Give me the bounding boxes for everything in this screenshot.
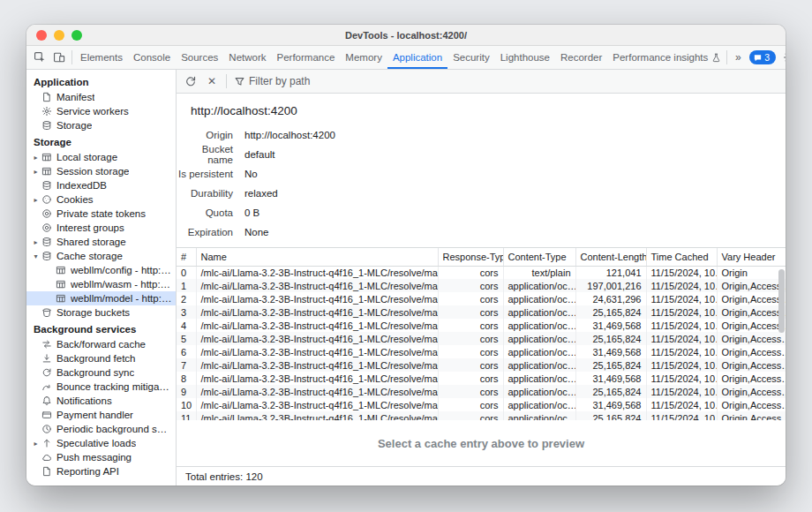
sidebar-item-label: Private state tokens (56, 208, 146, 219)
sidebar-item-cookies[interactable]: ▸Cookies (26, 192, 176, 207)
chevron-down-icon[interactable]: ▾ (31, 252, 41, 260)
chevron-right-icon[interactable]: ▸ (31, 168, 41, 176)
cache-entry-row[interactable]: 4/mlc-ai/Llama-3.2-3B-Instruct-q4f16_1-M… (177, 319, 786, 332)
sidebar-item-bounce-tracking-mitigations[interactable]: Bounce tracking mitigations (26, 380, 176, 394)
document-icon (41, 466, 53, 478)
tab-label: Lighthouse (500, 52, 550, 63)
cell-vary-header: Origin,Access… (717, 319, 786, 332)
col-header-response-type[interactable]: Response-Type (438, 248, 503, 266)
table-icon (55, 279, 67, 290)
toolbar-divider (71, 50, 72, 64)
col-header-content-type[interactable]: Content-Type (503, 248, 575, 266)
sidebar-item-background-sync[interactable]: Background sync (26, 365, 176, 380)
sidebar-item-periodic-background-sync[interactable]: Periodic background sync (26, 422, 176, 436)
bucket-metadata: Originhttp://localhost:4200Bucket namede… (177, 125, 786, 242)
sidebar-item-push-messaging[interactable]: Push messaging (26, 450, 176, 464)
sidebar-item-back-forward-cache[interactable]: Back/forward cache (26, 337, 176, 351)
sidebar-item-cache-storage[interactable]: ▾Cache storage (26, 249, 176, 263)
tab-network[interactable]: Network (223, 46, 271, 69)
sidebar-item-payment-handler[interactable]: Payment handler (26, 408, 176, 422)
cell-response-type: cors (438, 372, 503, 385)
sidebar-item-interest-groups[interactable]: Interest groups (26, 221, 176, 235)
table-scrollbar[interactable] (778, 267, 785, 418)
cell-vary-header: Origin,Access… (717, 358, 786, 372)
close-button[interactable] (36, 30, 47, 41)
sidebar-item-manifest[interactable]: Manifest (26, 90, 176, 104)
sidebar-item-notifications[interactable]: Notifications (26, 394, 176, 408)
sidebar-item-webllm-model-http-loc[interactable]: webllm/model - http://loc… (26, 291, 176, 305)
sidebar-item-webllm-wasm-http-loca[interactable]: webllm/wasm - http://loca… (26, 277, 176, 291)
cell-index: 7 (177, 358, 196, 372)
tab-sources[interactable]: Sources (176, 46, 223, 69)
table-icon (41, 152, 53, 163)
tab-application[interactable]: Application (387, 46, 447, 69)
sidebar-item-service-workers[interactable]: Service workers (26, 104, 176, 118)
cache-entry-row[interactable]: 3/mlc-ai/Llama-3.2-3B-Instruct-q4f16_1-M… (177, 305, 786, 319)
tab-memory[interactable]: Memory (340, 46, 387, 69)
tab-performance-insights[interactable]: Performance insights (607, 46, 726, 69)
sidebar-item-speculative-loads[interactable]: ▸Speculative loads (26, 436, 176, 450)
settings-gear-icon[interactable] (779, 48, 786, 67)
cache-entry-row[interactable]: 10/mlc-ai/Llama-3.2-3B-Instruct-q4f16_1-… (177, 398, 786, 411)
refresh-icon[interactable] (181, 72, 200, 91)
cache-entry-row[interactable]: 2/mlc-ai/Llama-3.2-3B-Instruct-q4f16_1-M… (177, 292, 786, 305)
speculative-icon (41, 438, 53, 449)
sidebar-item-shared-storage[interactable]: ▸Shared storage (26, 235, 176, 249)
sidebar-item-session-storage[interactable]: ▸Session storage (26, 164, 176, 178)
sidebar-item-label: Background fetch (56, 353, 136, 364)
sidebar-item-label: Payment handler (56, 410, 133, 420)
issues-badge[interactable]: 3 (749, 50, 776, 64)
tab-recorder[interactable]: Recorder (555, 46, 607, 69)
cache-entry-row[interactable]: 0/mlc-ai/Llama-3.2-3B-Instruct-q4f16_1-M… (177, 266, 786, 279)
cache-entry-row[interactable]: 7/mlc-ai/Llama-3.2-3B-Instruct-q4f16_1-M… (177, 358, 786, 372)
minimize-button[interactable] (54, 30, 64, 41)
chevron-right-icon[interactable]: ▸ (31, 440, 41, 448)
chevron-right-icon[interactable]: ▸ (31, 196, 41, 204)
preview-placeholder: Select a cache entry above to preview (177, 420, 786, 466)
cell-vary-header: Origin,Access… (717, 411, 786, 420)
filter-input[interactable] (249, 75, 781, 87)
col-header-vary-header[interactable]: Vary Header (717, 248, 786, 266)
sidebar-item-webllm-config-http-loc[interactable]: webllm/config - http://loc… (26, 263, 176, 277)
cell-content-length: 197,001,216 (575, 279, 646, 292)
cache-entry-row[interactable]: 6/mlc-ai/Llama-3.2-3B-Instruct-q4f16_1-M… (177, 345, 786, 358)
tab-console[interactable]: Console (128, 46, 176, 69)
col-header-name[interactable]: Name (196, 248, 438, 266)
clear-icon[interactable]: ✕ (202, 72, 222, 91)
meta-row-expiration: ExpirationNone (177, 222, 786, 242)
cache-entry-row[interactable]: 1/mlc-ai/Llama-3.2-3B-Instruct-q4f16_1-M… (177, 279, 786, 292)
sidebar-item-indexeddb[interactable]: IndexedDB (26, 178, 176, 192)
sidebar-item-local-storage[interactable]: ▸Local storage (26, 150, 176, 164)
cell-index: 8 (177, 372, 196, 385)
cell-vary-header: Origin,Access… (717, 305, 786, 319)
panel-tabs: ElementsConsoleSourcesNetworkPerformance… (75, 46, 726, 69)
tab-elements[interactable]: Elements (75, 46, 128, 69)
filter-funnel-icon (231, 73, 247, 89)
col-header-index[interactable]: # (177, 248, 196, 266)
sidebar-item-storage-buckets[interactable]: Storage buckets (26, 305, 176, 320)
document-icon (41, 92, 53, 103)
tab-security[interactable]: Security (447, 46, 495, 69)
device-toolbar-icon[interactable] (49, 48, 69, 67)
chevron-right-icon[interactable]: ▸ (31, 154, 41, 162)
col-header-time-cached[interactable]: Time Cached (646, 248, 717, 266)
sidebar-item-storage[interactable]: Storage (26, 118, 176, 132)
sidebar-item-background-fetch[interactable]: Background fetch (26, 351, 176, 365)
col-header-content-length[interactable]: Content-Length (575, 248, 646, 266)
cache-entry-row[interactable]: 5/mlc-ai/Llama-3.2-3B-Instruct-q4f16_1-M… (177, 332, 786, 345)
sidebar-item-reporting-api[interactable]: Reporting API (26, 464, 176, 478)
sidebar-item-label: Bounce tracking mitigations (56, 381, 172, 392)
cache-entry-row[interactable]: 9/mlc-ai/Llama-3.2-3B-Instruct-q4f16_1-M… (177, 385, 786, 398)
sidebar-item-label: webllm/model - http://loc… (71, 293, 172, 304)
cache-entry-row[interactable]: 8/mlc-ai/Llama-3.2-3B-Instruct-q4f16_1-M… (177, 372, 786, 385)
chevron-right-icon[interactable]: ▸ (31, 238, 41, 246)
zoom-button[interactable] (71, 30, 82, 41)
sidebar-item-private-state-tokens[interactable]: Private state tokens (26, 207, 176, 221)
bounce-icon (41, 381, 53, 393)
cache-entry-row[interactable]: 11/mlc-ai/Llama-3.2-3B-Instruct-q4f16_1-… (177, 411, 786, 420)
scrollbar-thumb[interactable] (778, 269, 785, 333)
tab-performance[interactable]: Performance (272, 46, 341, 69)
more-tabs-icon[interactable]: » (730, 48, 746, 67)
inspect-element-icon[interactable] (30, 48, 49, 67)
tab-lighthouse[interactable]: Lighthouse (495, 46, 555, 69)
